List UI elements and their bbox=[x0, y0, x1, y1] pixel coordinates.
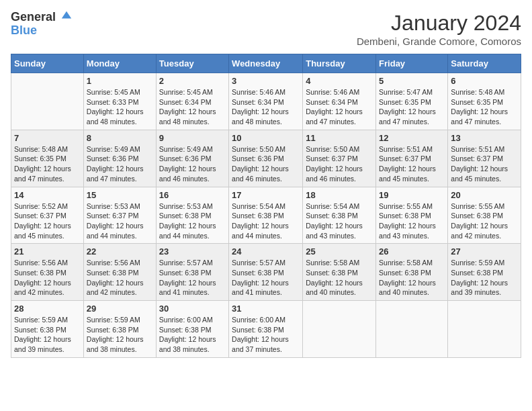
day-number: 30 bbox=[159, 304, 226, 314]
day-number: 2 bbox=[159, 76, 226, 86]
calendar-week-row: 1Sunrise: 5:45 AMSunset: 6:33 PMDaylight… bbox=[11, 73, 521, 130]
calendar-cell: 5Sunrise: 5:47 AMSunset: 6:35 PMDaylight… bbox=[376, 73, 448, 130]
calendar-cell: 8Sunrise: 5:49 AMSunset: 6:36 PMDaylight… bbox=[83, 130, 156, 187]
calendar-cell bbox=[448, 301, 521, 358]
day-number: 27 bbox=[451, 246, 518, 257]
day-number: 8 bbox=[87, 133, 153, 143]
calendar-cell: 19Sunrise: 5:55 AMSunset: 6:38 PMDayligh… bbox=[376, 187, 448, 244]
day-info: Sunrise: 5:48 AMSunset: 6:35 PMDaylight:… bbox=[14, 144, 81, 184]
day-number: 3 bbox=[232, 76, 300, 86]
day-info: Sunrise: 5:59 AMSunset: 6:38 PMDaylight:… bbox=[451, 258, 518, 298]
day-info: Sunrise: 5:55 AMSunset: 6:38 PMDaylight:… bbox=[379, 201, 445, 241]
calendar-cell: 4Sunrise: 5:46 AMSunset: 6:34 PMDaylight… bbox=[303, 73, 376, 130]
day-info: Sunrise: 5:52 AMSunset: 6:37 PMDaylight:… bbox=[14, 201, 81, 241]
weekday-header: Sunday bbox=[11, 54, 84, 73]
day-number: 4 bbox=[306, 76, 373, 86]
calendar-cell: 24Sunrise: 5:57 AMSunset: 6:38 PMDayligh… bbox=[229, 244, 303, 301]
calendar-cell: 15Sunrise: 5:53 AMSunset: 6:37 PMDayligh… bbox=[83, 187, 156, 244]
day-info: Sunrise: 5:50 AMSunset: 6:37 PMDaylight:… bbox=[306, 144, 373, 184]
day-number: 1 bbox=[87, 76, 153, 86]
day-info: Sunrise: 6:00 AMSunset: 6:38 PMDaylight:… bbox=[159, 315, 226, 355]
day-number: 10 bbox=[232, 133, 300, 143]
day-number: 19 bbox=[379, 190, 445, 200]
calendar-cell bbox=[303, 301, 376, 358]
day-info: Sunrise: 5:55 AMSunset: 6:38 PMDaylight:… bbox=[451, 201, 518, 241]
day-info: Sunrise: 5:50 AMSunset: 6:36 PMDaylight:… bbox=[232, 144, 300, 184]
calendar-cell: 6Sunrise: 5:48 AMSunset: 6:35 PMDaylight… bbox=[448, 73, 521, 130]
calendar-cell: 17Sunrise: 5:54 AMSunset: 6:38 PMDayligh… bbox=[229, 187, 303, 244]
calendar-cell bbox=[376, 301, 448, 358]
calendar-cell bbox=[11, 73, 84, 130]
day-number: 7 bbox=[14, 133, 81, 143]
calendar-cell: 3Sunrise: 5:46 AMSunset: 6:34 PMDaylight… bbox=[229, 73, 303, 130]
calendar-cell: 13Sunrise: 5:51 AMSunset: 6:37 PMDayligh… bbox=[448, 130, 521, 187]
calendar-cell: 27Sunrise: 5:59 AMSunset: 6:38 PMDayligh… bbox=[448, 244, 521, 301]
day-number: 15 bbox=[87, 190, 153, 200]
day-number: 24 bbox=[232, 246, 300, 257]
day-info: Sunrise: 5:57 AMSunset: 6:38 PMDaylight:… bbox=[232, 258, 300, 298]
day-info: Sunrise: 5:46 AMSunset: 6:34 PMDaylight:… bbox=[232, 87, 300, 127]
day-info: Sunrise: 5:58 AMSunset: 6:38 PMDaylight:… bbox=[306, 258, 373, 298]
calendar-week-row: 7Sunrise: 5:48 AMSunset: 6:35 PMDaylight… bbox=[11, 130, 521, 187]
day-number: 14 bbox=[14, 190, 81, 200]
day-number: 18 bbox=[306, 190, 373, 200]
location: Dembeni, Grande Comore, Comoros bbox=[357, 36, 521, 47]
day-info: Sunrise: 5:51 AMSunset: 6:37 PMDaylight:… bbox=[379, 144, 445, 184]
weekday-header: Monday bbox=[83, 54, 156, 73]
calendar-cell: 2Sunrise: 5:45 AMSunset: 6:34 PMDaylight… bbox=[156, 73, 228, 130]
day-number: 22 bbox=[87, 246, 153, 257]
day-number: 29 bbox=[87, 304, 153, 314]
day-info: Sunrise: 5:48 AMSunset: 6:35 PMDaylight:… bbox=[451, 87, 518, 127]
calendar-cell: 26Sunrise: 5:58 AMSunset: 6:38 PMDayligh… bbox=[376, 244, 448, 301]
day-number: 16 bbox=[159, 190, 226, 200]
day-number: 26 bbox=[379, 246, 445, 257]
calendar-cell: 29Sunrise: 5:59 AMSunset: 6:38 PMDayligh… bbox=[83, 301, 156, 358]
calendar-cell: 21Sunrise: 5:56 AMSunset: 6:38 PMDayligh… bbox=[11, 244, 84, 301]
day-number: 6 bbox=[451, 76, 518, 86]
weekday-header: Friday bbox=[376, 54, 448, 73]
page-header: General Blue January 2024 Dembeni, Grand… bbox=[11, 11, 521, 47]
month-title: January 2024 bbox=[357, 11, 521, 36]
day-number: 12 bbox=[379, 133, 445, 143]
day-info: Sunrise: 5:58 AMSunset: 6:38 PMDaylight:… bbox=[379, 258, 445, 298]
day-info: Sunrise: 5:59 AMSunset: 6:38 PMDaylight:… bbox=[14, 315, 81, 355]
calendar-cell: 20Sunrise: 5:55 AMSunset: 6:38 PMDayligh… bbox=[448, 187, 521, 244]
logo-line2: Blue bbox=[11, 24, 73, 38]
day-info: Sunrise: 5:56 AMSunset: 6:38 PMDaylight:… bbox=[14, 258, 81, 298]
calendar-cell: 11Sunrise: 5:50 AMSunset: 6:37 PMDayligh… bbox=[303, 130, 376, 187]
day-number: 11 bbox=[306, 133, 373, 143]
day-number: 9 bbox=[159, 133, 226, 143]
day-number: 21 bbox=[14, 246, 81, 257]
day-info: Sunrise: 5:45 AMSunset: 6:34 PMDaylight:… bbox=[159, 87, 226, 127]
day-info: Sunrise: 5:54 AMSunset: 6:38 PMDaylight:… bbox=[306, 201, 373, 241]
day-number: 20 bbox=[451, 190, 518, 200]
calendar-cell: 22Sunrise: 5:56 AMSunset: 6:38 PMDayligh… bbox=[83, 244, 156, 301]
calendar-cell: 30Sunrise: 6:00 AMSunset: 6:38 PMDayligh… bbox=[156, 301, 228, 358]
calendar-cell: 31Sunrise: 6:00 AMSunset: 6:38 PMDayligh… bbox=[229, 301, 303, 358]
day-info: Sunrise: 5:54 AMSunset: 6:38 PMDaylight:… bbox=[232, 201, 300, 241]
day-number: 28 bbox=[14, 304, 81, 314]
svg-marker-0 bbox=[62, 11, 71, 19]
day-info: Sunrise: 5:59 AMSunset: 6:38 PMDaylight:… bbox=[87, 315, 153, 355]
day-info: Sunrise: 6:00 AMSunset: 6:38 PMDaylight:… bbox=[232, 315, 300, 355]
day-info: Sunrise: 5:46 AMSunset: 6:34 PMDaylight:… bbox=[306, 87, 373, 127]
day-number: 25 bbox=[306, 246, 373, 257]
day-info: Sunrise: 5:49 AMSunset: 6:36 PMDaylight:… bbox=[87, 144, 153, 184]
logo-text: General Blue bbox=[11, 11, 73, 38]
day-info: Sunrise: 5:49 AMSunset: 6:36 PMDaylight:… bbox=[159, 144, 226, 184]
day-info: Sunrise: 5:53 AMSunset: 6:37 PMDaylight:… bbox=[87, 201, 153, 241]
day-number: 23 bbox=[159, 246, 226, 257]
calendar-cell: 23Sunrise: 5:57 AMSunset: 6:38 PMDayligh… bbox=[156, 244, 228, 301]
calendar-cell: 1Sunrise: 5:45 AMSunset: 6:33 PMDaylight… bbox=[83, 73, 156, 130]
title-block: January 2024 Dembeni, Grande Comore, Com… bbox=[357, 11, 521, 47]
weekday-header: Thursday bbox=[303, 54, 376, 73]
weekday-header: Tuesday bbox=[156, 54, 228, 73]
day-info: Sunrise: 5:45 AMSunset: 6:33 PMDaylight:… bbox=[87, 87, 153, 127]
calendar-cell: 14Sunrise: 5:52 AMSunset: 6:37 PMDayligh… bbox=[11, 187, 84, 244]
calendar-week-row: 14Sunrise: 5:52 AMSunset: 6:37 PMDayligh… bbox=[11, 187, 521, 244]
day-number: 13 bbox=[451, 133, 518, 143]
weekday-header: Wednesday bbox=[229, 54, 303, 73]
day-number: 31 bbox=[232, 304, 300, 314]
calendar-cell: 16Sunrise: 5:53 AMSunset: 6:38 PMDayligh… bbox=[156, 187, 228, 244]
calendar-cell: 7Sunrise: 5:48 AMSunset: 6:35 PMDaylight… bbox=[11, 130, 84, 187]
